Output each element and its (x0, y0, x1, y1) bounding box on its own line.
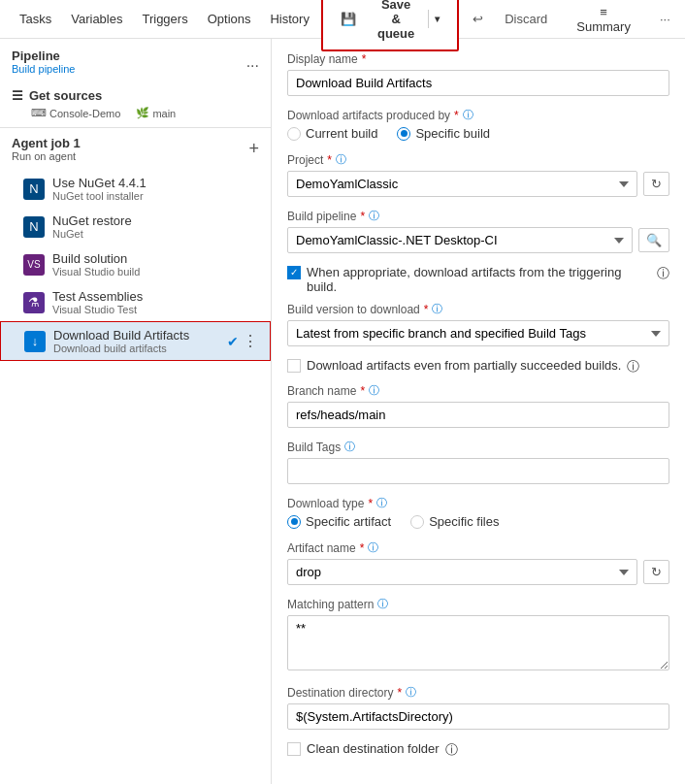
when-appropriate-checkbox[interactable]: ✓ (287, 266, 301, 279)
task-name: Use NuGet 4.4.1 (52, 176, 259, 190)
matching-pattern-info-icon[interactable]: ⓘ (377, 597, 388, 611)
nav-tasks[interactable]: Tasks (12, 8, 59, 30)
branch-name-info-icon[interactable]: ⓘ (369, 383, 379, 398)
when-appropriate-text: When appropriate, download artifacts fro… (307, 265, 651, 294)
required-marker: * (362, 52, 367, 66)
radio-specific-build[interactable]: Specific build (397, 126, 490, 141)
download-partial-checkbox[interactable] (287, 359, 301, 373)
clean-destination-field: Clean destination folder ⓘ (287, 741, 669, 759)
nav-history[interactable]: History (262, 8, 316, 30)
radio-label-current: Current build (306, 126, 377, 141)
agent-job-info: Agent job 1 Run on agent (12, 136, 81, 162)
artifact-name-label: Artifact name * ⓘ (287, 540, 669, 555)
radio-circle-specific (397, 127, 410, 141)
get-sources-section: ☰ Get sources ⌨ Console-Demo 🌿 main (0, 81, 271, 128)
produced-by-info-icon[interactable]: ⓘ (463, 108, 473, 122)
more-options-button[interactable]: ··· (652, 8, 678, 30)
vs-icon: VS (23, 254, 45, 276)
task-item-nuget-restore[interactable]: N NuGet restore NuGet (0, 208, 271, 245)
when-appropriate-info-icon[interactable]: ⓘ (657, 265, 669, 282)
nav-options[interactable]: Options (200, 8, 259, 30)
branch-icon: 🌿 (136, 107, 149, 119)
required-marker: * (327, 153, 332, 167)
list-icon: ☰ (12, 88, 23, 103)
project-info-icon[interactable]: ⓘ (336, 152, 346, 167)
summary-button[interactable]: ≡ Summary (561, 1, 646, 38)
task-sub: NuGet tool installer (52, 190, 259, 202)
branch-name-input[interactable] (287, 402, 669, 428)
add-task-button[interactable]: + (248, 139, 259, 159)
radio-label-specific-files: Specific files (429, 514, 499, 529)
task-item-use-nuget[interactable]: N Use NuGet 4.4.1 NuGet tool installer (0, 170, 271, 208)
build-pipeline-select[interactable]: DemoYamlClassic-.NET Desktop-CI (287, 227, 633, 253)
chevron-down-icon: ▾ (428, 10, 447, 28)
display-name-label: Display name * (287, 52, 669, 66)
required-marker: * (397, 686, 402, 700)
build-version-label: Build version to download * ⓘ (287, 302, 669, 316)
download-type-info-icon[interactable]: ⓘ (376, 496, 387, 510)
matching-pattern-textarea[interactable]: ** (287, 615, 669, 670)
clean-destination-info-icon[interactable]: ⓘ (445, 741, 458, 759)
task-item-download-artifacts[interactable]: ↓ Download Build Artifacts Download buil… (0, 321, 271, 361)
nav-triggers[interactable]: Triggers (134, 8, 195, 30)
branch-name-field: Branch name * ⓘ (287, 383, 669, 428)
radio-specific-artifact[interactable]: Specific artifact (287, 514, 391, 529)
build-pipeline-info-icon[interactable]: ⓘ (369, 209, 379, 223)
left-panel: Pipeline Build pipeline ... ☰ Get source… (0, 39, 272, 784)
artifact-name-info-icon[interactable]: ⓘ (368, 540, 378, 555)
destination-directory-input[interactable] (287, 703, 669, 730)
nuget-restore-icon: N (23, 216, 45, 238)
task-check-icon: ✔ (227, 334, 239, 349)
build-tags-info-icon[interactable]: ⓘ (344, 440, 355, 454)
download-partial-info-icon[interactable]: ⓘ (627, 358, 639, 376)
matching-pattern-field: Matching pattern ⓘ ** (287, 597, 669, 673)
task-name: NuGet restore (52, 213, 259, 228)
repo-icon: ⌨ (31, 107, 47, 119)
build-tags-input[interactable] (287, 458, 669, 484)
artifact-name-refresh-button[interactable]: ↻ (643, 560, 669, 584)
artifact-name-select[interactable]: drop (287, 559, 637, 585)
build-tags-label: Build Tags ⓘ (287, 440, 669, 454)
download-type-field: Download type * ⓘ Specific artifact Spec… (287, 496, 669, 529)
project-select[interactable]: DemoYamlClassic (287, 171, 637, 197)
build-pipeline-search-button[interactable]: 🔍 (638, 228, 669, 252)
task-sub: Download build artifacts (53, 343, 219, 354)
get-sources-label: Get sources (29, 88, 102, 103)
radio-label-specific: Specific build (415, 126, 490, 141)
source-branch: 🌿 main (136, 107, 176, 119)
pipeline-more-button[interactable]: ... (246, 53, 259, 71)
build-version-select[interactable]: Latest from specific branch and specifie… (287, 320, 669, 346)
test-icon: ⚗ (23, 292, 45, 313)
task-item-build-solution[interactable]: VS Build solution Visual Studio build (0, 245, 271, 283)
display-name-input[interactable] (287, 70, 669, 96)
task-more-button[interactable]: ⋮ (243, 332, 258, 350)
build-version-info-icon[interactable]: ⓘ (432, 302, 442, 316)
download-type-radio-group: Specific artifact Specific files (287, 514, 669, 529)
download-type-label: Download type * ⓘ (287, 496, 669, 510)
right-panel: Display name * Download artifacts produc… (272, 39, 685, 784)
agent-job-title: Agent job 1 (12, 136, 81, 150)
undo-button[interactable]: ↩ (465, 8, 491, 30)
download-partial-text: Download artifacts even from partially s… (307, 358, 621, 373)
task-item-test-assemblies[interactable]: ⚗ Test Assemblies Visual Studio Test (0, 283, 271, 321)
clean-destination-checkbox[interactable] (287, 742, 301, 756)
radio-current-build[interactable]: Current build (287, 126, 377, 141)
radio-circle-current (287, 127, 301, 141)
branch-name-label: Branch name * ⓘ (287, 383, 669, 398)
nav-variables[interactable]: Variables (63, 8, 130, 30)
task-name: Test Assemblies (52, 289, 259, 304)
pipeline-subtitle[interactable]: Build pipeline (12, 63, 75, 75)
get-sources-header[interactable]: ☰ Get sources (12, 88, 259, 103)
task-info: Download Build Artifacts Download build … (53, 328, 219, 354)
branch-name: main (152, 108, 176, 119)
radio-label-specific-artifact: Specific artifact (306, 514, 391, 529)
radio-specific-files[interactable]: Specific files (410, 514, 499, 529)
destination-directory-info-icon[interactable]: ⓘ (406, 685, 416, 700)
download-partial-field: Download artifacts even from partially s… (287, 358, 669, 376)
project-refresh-button[interactable]: ↻ (643, 172, 669, 196)
task-sub: Visual Studio Test (52, 304, 259, 315)
project-field: Project * ⓘ DemoYamlClassic ↻ (287, 152, 669, 197)
task-list: N Use NuGet 4.4.1 NuGet tool installer N… (0, 170, 271, 369)
produced-by-label: Download artifacts produced by * ⓘ (287, 108, 669, 122)
discard-button[interactable]: Discard (497, 8, 555, 30)
